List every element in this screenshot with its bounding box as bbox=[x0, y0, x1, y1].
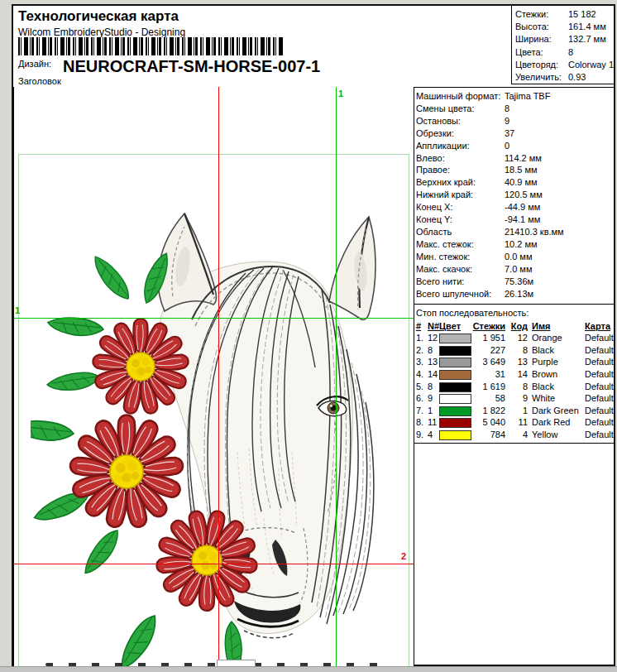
thread-color-swatch bbox=[439, 358, 471, 367]
table-row: 4.143114BrownDefault bbox=[416, 368, 614, 381]
app-subtitle: Wilcom EmbroideryStudio - Designing bbox=[18, 26, 185, 38]
end-guide-vertical bbox=[218, 87, 219, 666]
page-title: Технологическая карта bbox=[18, 8, 179, 25]
design-name: NEUROCRAFT-SM-HORSE-007-1 bbox=[63, 57, 320, 75]
barcode bbox=[18, 37, 283, 55]
worksheet-page: Технологическая карта Wilcom EmbroideryS… bbox=[12, 4, 615, 666]
detail-row: Всего нити:75.36м bbox=[416, 276, 614, 288]
detail-row: Всего шпулечной:26.13м bbox=[416, 288, 614, 300]
thread-color-swatch bbox=[439, 346, 471, 356]
detail-row: Конец Y:-94.1 мм bbox=[416, 214, 614, 226]
detail-row: Машинный формат:Tajima TBF bbox=[416, 90, 614, 103]
thread-color-swatch bbox=[439, 406, 471, 416]
bottom-cut-box bbox=[217, 660, 256, 666]
start-guide-horizontal bbox=[14, 318, 414, 319]
detail-row: Макс. стежок:10.2 мм bbox=[416, 238, 614, 251]
table-row: 3.133 64913PurpleDefault bbox=[416, 356, 614, 368]
detail-row: Нижний край:120.5 мм bbox=[416, 189, 614, 201]
app-window: { "header": { "title": "Технологическая … bbox=[0, 0, 617, 672]
header: Технологическая карта Wilcom EmbroideryS… bbox=[13, 6, 614, 88]
detail-row: Мин. стежок:0.0 мм bbox=[416, 251, 614, 263]
detail-row: Обрезки:37 bbox=[416, 127, 614, 140]
detail-row: Область21410.3 кв.мм bbox=[416, 226, 614, 238]
summary-row: Стежки:15 182 bbox=[515, 8, 614, 21]
detail-row: Верхних край:40.9 мм bbox=[416, 176, 614, 189]
detail-row: Аппликации:0 bbox=[416, 140, 614, 152]
table-row: 7.11 8221Dark GreenDefault bbox=[416, 405, 614, 417]
summary-row: Цветоряд:Colorway 1 bbox=[515, 59, 614, 71]
thread-color-swatch bbox=[439, 418, 471, 428]
stop-sequence-table: Стоп последовательность: # N# Цвет Стежк… bbox=[414, 305, 614, 444]
detail-row: Остановы:9 bbox=[416, 115, 614, 127]
info-panel: Машинный формат:Tajima TBF Смены цвета:8… bbox=[414, 87, 614, 666]
table-row: 1.121 95112OrangeDefault bbox=[416, 332, 614, 344]
design-details-list: Машинный формат:Tajima TBF Смены цвета:8… bbox=[414, 87, 614, 305]
start-marker-left: 1 bbox=[15, 305, 20, 315]
detail-row: Макс. скачок:7.0 мм bbox=[416, 263, 614, 276]
empty-panel-area bbox=[414, 444, 614, 666]
thread-color-swatch bbox=[439, 382, 471, 392]
design-canvas: 1 1 2 bbox=[13, 87, 414, 666]
thread-color-swatch bbox=[439, 394, 471, 404]
table-row: 8.115 04011Dark RedDefault bbox=[416, 416, 614, 429]
thread-color-swatch bbox=[439, 370, 471, 380]
end-guide-horizontal bbox=[14, 564, 414, 564]
window-bottom-scrollbar-strip[interactable] bbox=[0, 666, 617, 672]
design-label: Дизайн: bbox=[18, 59, 51, 69]
detail-row: Конец X:-44.9 мм bbox=[416, 201, 614, 214]
detail-row: Правое:18.5 мм bbox=[416, 164, 614, 176]
stop-sequence-title: Стоп последовательность: bbox=[416, 307, 614, 319]
summary-row: Цвета:8 bbox=[515, 46, 614, 59]
detail-row: Влево:114.2 мм bbox=[416, 152, 614, 165]
design-name-row: Дизайн:NEUROCRAFT-SM-HORSE-007-1 bbox=[18, 57, 320, 76]
start-guide-vertical bbox=[336, 87, 337, 666]
summary-row: Высота:161.4 мм bbox=[515, 21, 614, 33]
caption-label: Заголовок bbox=[18, 76, 61, 86]
table-row: 5.81 6198BlackDefault bbox=[416, 381, 614, 393]
summary-row: Ширина:132.7 мм bbox=[515, 33, 614, 46]
summary-row: Увеличить:0.93 bbox=[515, 71, 614, 84]
table-row: 9.47844YellowDefault bbox=[416, 429, 614, 441]
table-row: 6.9589WhiteDefault bbox=[416, 392, 614, 405]
table-row: 2.82278BlackDefault bbox=[416, 344, 614, 357]
thread-color-swatch bbox=[439, 334, 471, 343]
design-extents-rect bbox=[18, 154, 409, 666]
start-marker-top: 1 bbox=[338, 89, 343, 98]
summary-box: Стежки:15 182 Высота:161.4 мм Ширина:132… bbox=[511, 6, 614, 84]
table-header-row: # N# Цвет Стежки Код Имя Карта bbox=[416, 320, 614, 333]
detail-row: Смены цвета:8 bbox=[416, 103, 614, 115]
thread-color-swatch bbox=[439, 430, 471, 440]
end-marker-right: 2 bbox=[401, 551, 406, 561]
